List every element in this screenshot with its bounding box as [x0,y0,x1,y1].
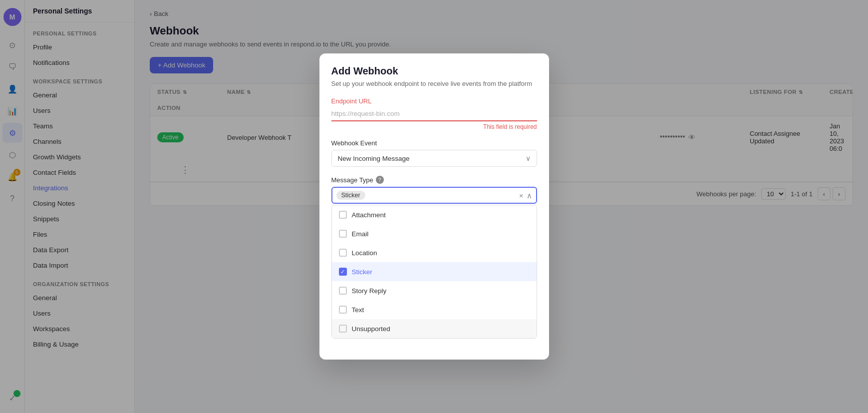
option-text-label: Text [352,306,364,314]
option-text[interactable]: Text [332,300,537,319]
modal-header: Add Webhook Set up your webhook endpoint… [319,53,549,87]
option-location-label: Location [352,249,377,257]
modal-body: Endpoint URL This field is required Webh… [319,97,549,360]
checkbox-email [339,230,347,238]
checkbox-location [339,249,347,257]
modal-overlay[interactable]: Add Webhook Set up your webhook endpoint… [135,0,868,413]
checkbox-story-reply [339,287,347,295]
endpoint-error-text: This field is required [331,123,537,130]
tag-input-wrapper[interactable]: Sticker × ∧ [331,187,537,204]
add-webhook-modal: Add Webhook Set up your webhook endpoint… [319,53,549,360]
help-tooltip-icon[interactable]: ? [376,176,384,184]
checkbox-sticker [339,268,347,276]
option-story-reply-label: Story Reply [352,287,387,295]
checkbox-text [339,306,347,314]
modal-title: Add Webhook [331,65,537,77]
option-email[interactable]: Email [332,224,537,243]
option-sticker[interactable]: Sticker [332,262,537,281]
webhook-event-select[interactable]: New Incoming Message ∨ [331,150,537,167]
message-type-label: Message Type ? [331,176,537,184]
option-story-reply[interactable]: Story Reply [332,281,537,300]
webhook-event-label: Webhook Event [331,139,537,147]
tag-list: Sticker [336,191,365,200]
option-location[interactable]: Location [332,243,537,262]
message-type-dropdown: Attachment Email Location Sticker [331,205,537,339]
endpoint-url-label: Endpoint URL [331,97,537,105]
checkbox-unsupported [339,325,347,333]
collapse-dropdown-button[interactable]: ∧ [527,192,532,199]
option-email-label: Email [352,230,369,238]
main-content: ‹ Back Webhook Create and manage webhook… [135,0,868,413]
clear-tags-button[interactable]: × [519,192,524,199]
option-sticker-label: Sticker [352,268,372,276]
checkbox-attachment [339,211,347,219]
option-unsupported-label: Unsupported [352,325,390,333]
webhook-event-value: New Incoming Message [338,155,410,162]
webhook-event-group: Webhook Event New Incoming Message ∨ [331,139,537,167]
selected-tag-sticker: Sticker [336,191,365,200]
option-attachment[interactable]: Attachment [332,205,537,224]
chevron-down-icon: ∨ [526,154,531,162]
tag-actions: × ∧ [519,192,532,199]
modal-subtitle: Set up your webhook endpoint to receive … [331,80,537,87]
endpoint-url-group: Endpoint URL This field is required [331,97,537,130]
option-attachment-label: Attachment [352,211,386,219]
message-type-group: Message Type ? Sticker × ∧ [331,176,537,339]
option-unsupported[interactable]: Unsupported [332,319,537,338]
endpoint-url-input[interactable] [331,107,537,121]
